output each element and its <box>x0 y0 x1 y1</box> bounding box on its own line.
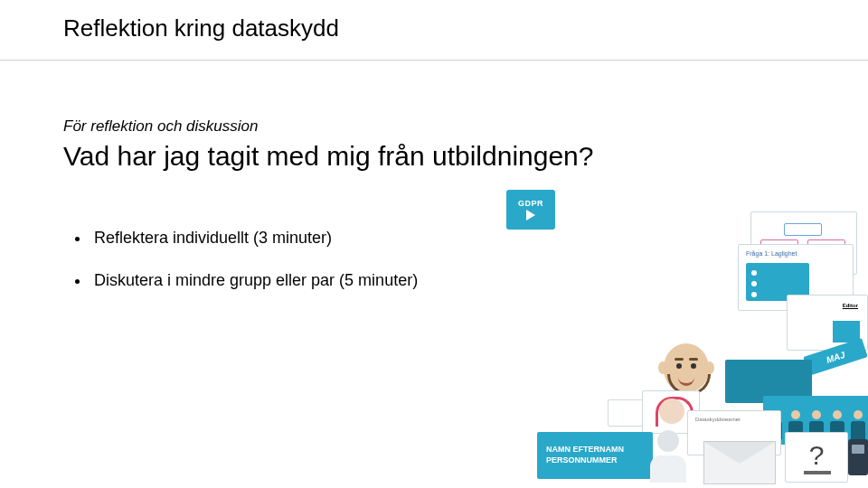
card-heading: Dataskyddsteamet <box>695 417 741 422</box>
bullet-item: Diskutera i mindre grupp eller par (5 mi… <box>90 270 418 291</box>
subtitle: För reflektion och diskussion <box>63 117 258 136</box>
card-heading: Fråga 1: Laglighet <box>746 250 797 257</box>
bullet-list: Reflektera individuellt (3 minuter) Disk… <box>74 228 418 314</box>
divider <box>0 60 868 61</box>
phone-icon <box>848 439 868 475</box>
bullet-item: Reflektera individuellt (3 minuter) <box>90 228 418 249</box>
name-line: NAMN EFTERNAMN <box>546 445 653 455</box>
name-card: NAMN EFTERNAMN PERSONNUMMER <box>537 432 653 479</box>
avatar-icon <box>656 338 716 398</box>
image-collage: GDPR Fråga 1: Laglighet Editor MAJ <box>506 190 868 488</box>
editor-label: Editor <box>843 303 858 308</box>
question-mark-icon: ? <box>786 440 847 471</box>
slide-title: Reflektion kring dataskydd <box>63 14 339 42</box>
gdpr-badge: GDPR <box>506 190 555 230</box>
envelope-icon <box>703 441 776 484</box>
play-icon <box>526 210 535 221</box>
name-line: PERSONNUMMER <box>546 455 653 466</box>
thumbnail-card: ? <box>785 432 848 483</box>
person-icon <box>644 430 693 484</box>
gdpr-label: GDPR <box>518 199 543 208</box>
slide: Reflektion kring dataskydd För reflektio… <box>0 0 868 488</box>
main-question: Vad har jag tagit med mig från utbildnin… <box>63 141 593 172</box>
